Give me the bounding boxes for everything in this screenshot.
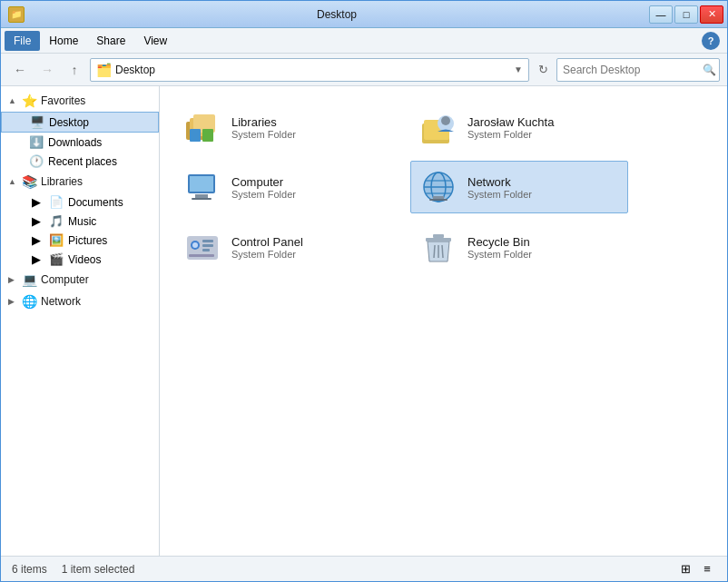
sidebar-header-computer[interactable]: ▶ 💻 Computer: [1, 269, 159, 291]
folder-icon-small: 📁: [8, 6, 25, 23]
view-details-button[interactable]: ≡: [698, 560, 716, 578]
up-button[interactable]: ↑: [63, 58, 86, 82]
item-recyclebin[interactable]: Recycle Bin System Folder: [410, 221, 628, 273]
recyclebin-type: System Folder: [467, 249, 532, 260]
menu-share[interactable]: Share: [87, 31, 134, 51]
sidebar-item-music[interactable]: ▶ 🎵 Music: [1, 212, 159, 231]
jaroslaw-type: System Folder: [467, 129, 554, 140]
search-bar[interactable]: 🔍: [556, 58, 720, 82]
favorites-expand-icon: ▲: [8, 96, 17, 105]
controlpanel-large-icon: [182, 227, 222, 267]
sidebar-documents-label: Documents: [68, 196, 123, 209]
sidebar-music-label: Music: [68, 215, 96, 228]
videos-folder-icon: 🎬: [48, 252, 64, 266]
svg-rect-27: [189, 254, 214, 257]
forward-button[interactable]: →: [35, 58, 59, 82]
sidebar-section-network: ▶ 🌐 Network: [1, 291, 159, 312]
svg-point-23: [192, 242, 198, 248]
svg-rect-29: [433, 234, 444, 238]
item-network[interactable]: Network System Folder: [410, 161, 628, 213]
sidebar-item-downloads[interactable]: ⬇️ Downloads: [1, 133, 159, 152]
address-bar[interactable]: 🗂️ Desktop ▼: [90, 58, 529, 82]
menu-home[interactable]: Home: [40, 31, 87, 51]
item-controlpanel[interactable]: Control Panel System Folder: [174, 221, 392, 273]
libraries-info: Libraries System Folder: [231, 115, 296, 140]
svg-rect-3: [190, 129, 201, 142]
sidebar-section-libraries: ▲ 📚 Libraries ▶ 📄 Documents ▶ 🎵 Music ▶ …: [1, 171, 159, 269]
menu-file[interactable]: File: [5, 31, 40, 51]
help-button[interactable]: ?: [702, 32, 720, 50]
jaroslaw-large-icon: [418, 107, 458, 147]
network-type: System Folder: [467, 189, 532, 200]
statusbar: 6 items 1 item selected ⊞ ≡: [1, 556, 727, 581]
view-controls: ⊞ ≡: [676, 560, 716, 578]
controlpanel-info: Control Panel System Folder: [231, 235, 303, 260]
sidebar-item-desktop[interactable]: 🖥️ Desktop: [1, 112, 159, 133]
documents-icon: ▶: [28, 195, 44, 209]
menubar: File Home Share View ?: [1, 28, 727, 54]
sidebar-recent-label: Recent places: [48, 155, 117, 168]
address-text: Desktop: [115, 64, 510, 76]
svg-rect-12: [192, 198, 212, 200]
svg-line-32: [442, 245, 443, 258]
maximize-button[interactable]: □: [674, 5, 698, 24]
search-icon[interactable]: 🔍: [703, 64, 716, 76]
controlpanel-name: Control Panel: [231, 235, 303, 249]
svg-rect-4: [202, 129, 213, 142]
jaroslaw-name: Jarosław Kuchta: [467, 115, 554, 129]
window-title: Desktop: [25, 8, 649, 21]
address-dropdown-icon[interactable]: ▼: [514, 64, 523, 74]
window: 📁 Desktop — □ ✕ File Home Share View ? ←…: [0, 0, 728, 582]
libraries-label: Libraries: [41, 175, 83, 188]
music-icon: ▶: [28, 214, 44, 228]
desktop-icon: 🖥️: [29, 115, 45, 129]
sidebar-header-libraries[interactable]: ▲ 📚 Libraries: [1, 171, 159, 192]
minimize-button[interactable]: —: [649, 5, 673, 24]
sidebar-item-videos[interactable]: ▶ 🎬 Videos: [1, 250, 159, 269]
pictures-icon: ▶: [28, 233, 44, 247]
close-button[interactable]: ✕: [700, 5, 723, 24]
sidebar-item-documents[interactable]: ▶ 📄 Documents: [1, 192, 159, 212]
jaroslaw-info: Jarosław Kuchta System Folder: [467, 115, 554, 140]
svg-rect-26: [202, 249, 210, 252]
recyclebin-name: Recycle Bin: [467, 235, 532, 249]
refresh-button[interactable]: ↻: [533, 60, 553, 80]
libraries-expand-icon: ▲: [8, 177, 17, 186]
network-expand-icon: ▶: [8, 297, 17, 306]
svg-rect-10: [190, 176, 213, 192]
computer-large-icon: [182, 167, 222, 207]
computer-label: Computer: [41, 273, 89, 286]
search-input[interactable]: [563, 64, 699, 76]
titlebar-left: 📁: [8, 6, 25, 23]
sidebar-item-pictures[interactable]: ▶ 🖼️ Pictures: [1, 231, 159, 250]
recyclebin-info: Recycle Bin System Folder: [467, 235, 532, 260]
videos-icon: ▶: [28, 252, 44, 266]
sidebar-desktop-label: Desktop: [49, 116, 89, 129]
titlebar-icons: 📁: [8, 6, 25, 23]
sidebar-item-recent[interactable]: 🕐 Recent places: [1, 152, 159, 171]
downloads-icon: ⬇️: [28, 135, 44, 149]
menu-view[interactable]: View: [134, 31, 176, 51]
view-large-icons-button[interactable]: ⊞: [676, 560, 694, 578]
item-libraries[interactable]: Libraries System Folder: [174, 101, 392, 153]
sidebar-videos-label: Videos: [68, 253, 101, 266]
sidebar-section-computer: ▶ 💻 Computer: [1, 269, 159, 291]
titlebar: 📁 Desktop — □ ✕: [1, 1, 727, 28]
selection-count: 1 item selected: [62, 563, 135, 576]
recyclebin-large-icon: [418, 227, 458, 267]
favorites-icon: ⭐: [21, 94, 37, 108]
item-jaroslaw[interactable]: Jarosław Kuchta System Folder: [410, 101, 628, 153]
computer-type: System Folder: [231, 189, 296, 200]
libraries-type: System Folder: [231, 129, 296, 140]
item-computer[interactable]: Computer System Folder: [174, 161, 392, 213]
sidebar-header-favorites[interactable]: ▲ ⭐ Favorites: [1, 90, 159, 112]
back-button[interactable]: ←: [8, 58, 32, 82]
sidebar-header-network[interactable]: ▶ 🌐 Network: [1, 291, 159, 312]
address-folder-icon: 🗂️: [96, 63, 112, 77]
main-area: ▲ ⭐ Favorites 🖥️ Desktop ⬇️ Downloads 🕐 …: [1, 86, 727, 556]
svg-rect-28: [426, 238, 451, 242]
network-icon: 🌐: [21, 294, 37, 309]
svg-point-8: [441, 116, 450, 125]
sidebar-section-favorites: ▲ ⭐ Favorites 🖥️ Desktop ⬇️ Downloads 🕐 …: [1, 90, 159, 171]
svg-rect-24: [202, 240, 213, 242]
